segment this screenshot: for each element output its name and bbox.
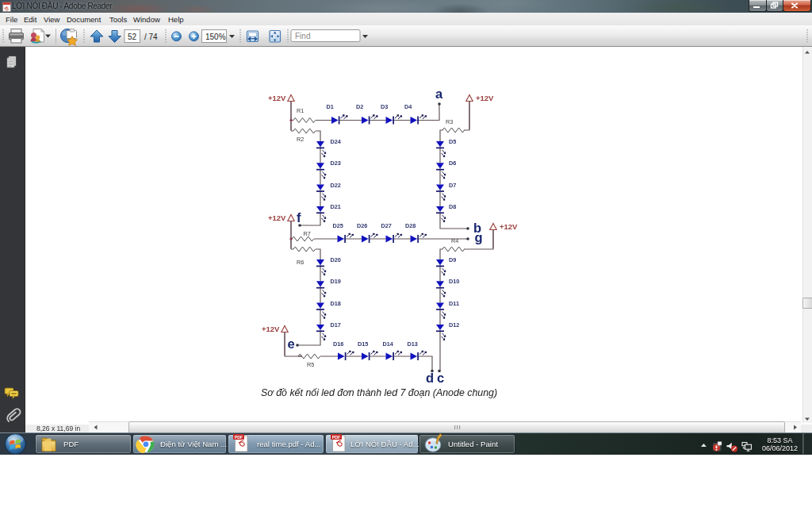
svg-text:D3: D3 xyxy=(381,103,388,110)
svg-text:a: a xyxy=(435,86,443,101)
svg-text:D23: D23 xyxy=(331,159,341,167)
svg-text:D25: D25 xyxy=(333,222,343,229)
svg-text:D15: D15 xyxy=(358,340,368,348)
svg-text:R2: R2 xyxy=(297,136,304,143)
svg-text:D17: D17 xyxy=(331,321,341,329)
svg-text:D26: D26 xyxy=(357,222,367,229)
svg-text:+12V: +12V xyxy=(268,94,286,102)
svg-text:+12V: +12V xyxy=(500,222,518,231)
svg-text:f: f xyxy=(297,210,301,225)
svg-text:D4: D4 xyxy=(404,103,412,110)
svg-text:c: c xyxy=(437,371,444,385)
svg-text:d: d xyxy=(426,371,434,385)
svg-text:D19: D19 xyxy=(331,278,341,285)
svg-text:D5: D5 xyxy=(449,138,456,145)
svg-text:D11: D11 xyxy=(449,300,459,307)
svg-text:D1: D1 xyxy=(327,103,334,110)
svg-text:D6: D6 xyxy=(449,159,456,167)
svg-text:D10: D10 xyxy=(449,278,459,285)
svg-text:Sơ đồ kết nối led đơn thành le: Sơ đồ kết nối led đơn thành led 7 đoạn (… xyxy=(261,387,497,398)
svg-text:R3: R3 xyxy=(446,118,453,125)
svg-text:R7: R7 xyxy=(304,230,311,237)
svg-text:+12V: +12V xyxy=(268,213,286,222)
svg-text:D28: D28 xyxy=(405,222,416,229)
svg-text:D22: D22 xyxy=(331,182,341,189)
svg-text:D8: D8 xyxy=(449,203,456,210)
svg-text:D24: D24 xyxy=(331,138,342,145)
svg-text:D9: D9 xyxy=(449,256,456,263)
svg-text:+12V: +12V xyxy=(476,94,494,102)
svg-text:PDF: PDF xyxy=(235,435,243,440)
svg-text:g: g xyxy=(475,230,483,244)
svg-text:D16: D16 xyxy=(333,340,343,348)
svg-text:D18: D18 xyxy=(331,300,341,307)
svg-text:D2: D2 xyxy=(356,103,363,110)
svg-text:D27: D27 xyxy=(381,222,392,229)
svg-text:R6: R6 xyxy=(297,259,304,266)
svg-text:R1: R1 xyxy=(297,107,304,114)
svg-text:D20: D20 xyxy=(331,256,341,263)
svg-text:R4: R4 xyxy=(451,237,458,244)
svg-text:D7: D7 xyxy=(449,182,456,189)
svg-text:e: e xyxy=(288,336,295,351)
svg-text:R5: R5 xyxy=(307,361,314,368)
svg-text:D13: D13 xyxy=(408,340,418,348)
svg-text:D12: D12 xyxy=(449,321,459,329)
svg-text:D14: D14 xyxy=(383,340,394,348)
svg-text:+12V: +12V xyxy=(262,325,280,333)
svg-text:D21: D21 xyxy=(331,203,341,210)
